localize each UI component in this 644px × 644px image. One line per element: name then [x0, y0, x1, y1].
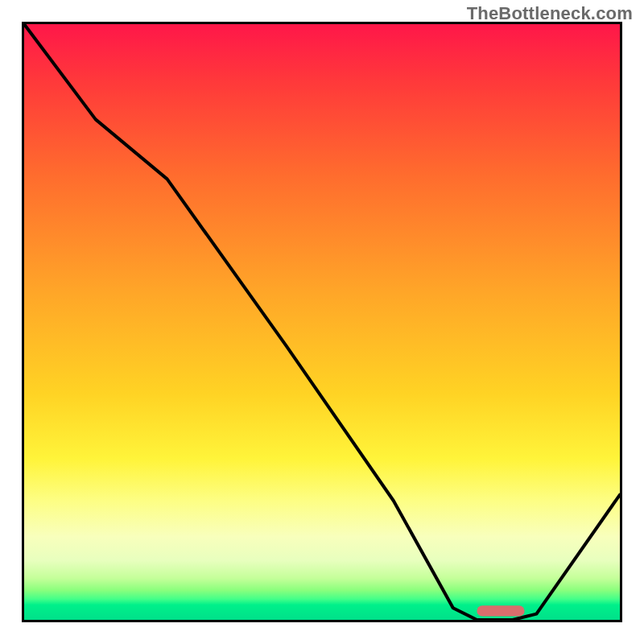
optimal-range-marker	[477, 605, 524, 616]
watermark-text: TheBottleneck.com	[467, 3, 633, 24]
chart-svg	[24, 24, 620, 620]
bottleneck-curve	[24, 24, 620, 620]
chart-container: TheBottleneck.com	[0, 0, 644, 644]
